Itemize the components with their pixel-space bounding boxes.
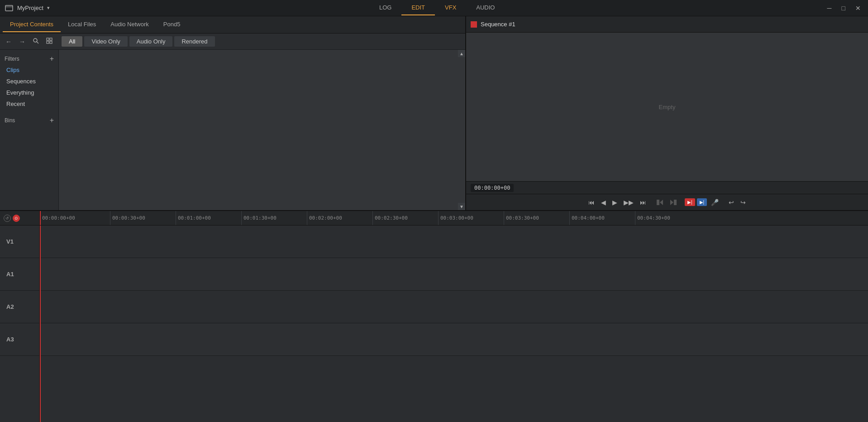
timeline-section: ↺ ⊙ 00:00:00+0000:00:30+0000:01:00+0000:… xyxy=(0,211,868,422)
svg-rect-10 xyxy=(674,200,677,205)
tab-vfx[interactable]: VFX xyxy=(435,0,466,15)
svg-point-1 xyxy=(33,38,37,42)
svg-rect-0 xyxy=(5,5,13,11)
tab-edit[interactable]: EDIT xyxy=(401,0,435,15)
sidebar-bins-header: Bins + xyxy=(0,113,58,126)
project-dropdown-icon[interactable]: ▾ xyxy=(47,5,50,11)
ruler-mark: 00:00:30+00 xyxy=(110,211,145,225)
sequence-title: Sequence #1 xyxy=(481,21,515,28)
ruler-mark: 00:04:30+00 xyxy=(635,211,670,225)
sidebar-item-sequences[interactable]: Sequences xyxy=(0,76,58,87)
filter-tabs: All Video Only Audio Only Rendered xyxy=(62,36,215,47)
svg-rect-5 xyxy=(47,41,49,43)
close-button[interactable]: ✕ xyxy=(853,4,863,13)
timeline-ruler-controls: ↺ ⊙ xyxy=(0,211,40,225)
title-bar: MyProject ▾ LOG EDIT VFX AUDIO ─ □ ✕ xyxy=(0,0,868,16)
track-lane-a1 xyxy=(40,258,868,291)
panel-tabs: Project Contents Local Files Audio Netwo… xyxy=(0,16,465,34)
undo-button[interactable]: ↩ xyxy=(726,197,736,207)
svg-line-2 xyxy=(37,42,38,43)
insert-button[interactable]: ▶| xyxy=(685,198,695,206)
go-to-end-button[interactable]: ⏭ xyxy=(638,197,649,207)
preview-timecode-row: 00:00:00+00 xyxy=(466,181,868,194)
sync-icon[interactable]: ⊙ xyxy=(13,215,20,222)
filters-label: Filters xyxy=(5,56,19,62)
ruler-mark: 00:01:00+00 xyxy=(176,211,211,225)
track-lane-v1 xyxy=(40,225,868,258)
search-icon xyxy=(33,38,39,44)
sequence-indicator xyxy=(471,21,477,28)
track-label-v1: V1 xyxy=(0,225,39,258)
tab-project-contents[interactable]: Project Contents xyxy=(3,17,61,32)
mark-in-button[interactable] xyxy=(654,198,666,207)
loop-icon[interactable]: ↺ xyxy=(4,215,11,222)
maximize-button[interactable]: □ xyxy=(839,4,848,13)
mark-out-button[interactable] xyxy=(668,198,679,207)
svg-rect-6 xyxy=(50,41,52,43)
play-button[interactable]: ▶ xyxy=(610,197,620,207)
ruler-mark: 00:03:00+00 xyxy=(438,211,473,225)
track-label-a2: A2 xyxy=(0,291,39,323)
sidebar-item-clips[interactable]: Clips xyxy=(0,64,58,76)
sidebar: Filters + Clips Sequences Everything Rec… xyxy=(0,50,59,210)
top-section: Project Contents Local Files Audio Netwo… xyxy=(0,16,868,211)
filter-audio-only[interactable]: Audio Only xyxy=(129,36,173,47)
scroll-down-button[interactable]: ▼ xyxy=(458,203,465,210)
main-area: Project Contents Local Files Audio Netwo… xyxy=(0,16,868,422)
sidebar-item-everything[interactable]: Everything xyxy=(0,87,58,98)
title-bar-nav: LOG EDIT VFX AUDIO xyxy=(369,0,505,15)
content-area: ▲ ▼ xyxy=(59,50,465,210)
track-label-a3: A3 xyxy=(0,323,39,356)
filter-video-only[interactable]: Video Only xyxy=(84,36,127,47)
tab-local-files[interactable]: Local Files xyxy=(61,17,103,32)
back-button[interactable]: ← xyxy=(4,37,14,46)
ruler-mark: 00:03:30+00 xyxy=(504,211,539,225)
tab-audio[interactable]: AUDIO xyxy=(466,0,505,15)
playhead xyxy=(40,225,41,422)
search-button[interactable] xyxy=(31,37,41,46)
forward-button[interactable]: → xyxy=(17,37,27,46)
step-forward-button[interactable]: ▶▶ xyxy=(621,197,636,207)
title-bar-right: ─ □ ✕ xyxy=(825,4,863,13)
left-panel: Project Contents Local Files Audio Netwo… xyxy=(0,16,466,210)
mark-in-icon xyxy=(656,199,663,206)
tab-audio-network[interactable]: Audio Network xyxy=(103,17,156,32)
preview-area: Empty xyxy=(466,33,868,181)
add-bin-button[interactable]: + xyxy=(50,117,54,124)
preview-panel: Sequence #1 Empty 00:00:00+00 ⏮ ◀ ▶ ▶▶ ⏭ xyxy=(466,16,868,210)
project-icon xyxy=(5,4,14,13)
step-back-button[interactable]: ◀ xyxy=(599,197,608,207)
ruler-mark: 00:04:00+00 xyxy=(569,211,605,225)
go-to-start-button[interactable]: ⏮ xyxy=(586,197,597,207)
preview-header: Sequence #1 xyxy=(466,16,868,33)
overwrite-button[interactable]: ▶| xyxy=(697,198,707,206)
sidebar-item-recent[interactable]: Recent xyxy=(0,98,58,110)
svg-rect-7 xyxy=(657,200,659,205)
tab-pond5[interactable]: Pond5 xyxy=(156,17,188,32)
track-labels: V1A1A2A3 xyxy=(0,225,40,422)
track-lane-a3 xyxy=(40,323,868,356)
grid-view-button[interactable] xyxy=(44,37,54,46)
scroll-up-button[interactable]: ▲ xyxy=(458,50,465,57)
timeline-ruler-marks: 00:00:00+0000:00:30+0000:01:00+0000:01:3… xyxy=(40,211,868,225)
ruler-mark: 00:01:30+00 xyxy=(241,211,277,225)
add-filter-button[interactable]: + xyxy=(50,55,54,62)
panel-content: Filters + Clips Sequences Everything Rec… xyxy=(0,50,465,210)
minimize-button[interactable]: ─ xyxy=(825,4,835,13)
preview-timecode: 00:00:00+00 xyxy=(471,184,514,192)
grid-icon xyxy=(46,38,52,44)
voiceover-button[interactable]: 🎤 xyxy=(709,197,721,207)
filter-rendered[interactable]: Rendered xyxy=(174,36,215,47)
preview-empty-label: Empty xyxy=(659,104,676,110)
tracks-content xyxy=(40,225,868,422)
redo-button[interactable]: ↪ xyxy=(738,197,748,207)
tracks-area: V1A1A2A3 xyxy=(0,225,868,422)
title-bar-left: MyProject ▾ xyxy=(5,4,50,13)
filter-all[interactable]: All xyxy=(62,36,82,47)
toolbar-row: ← → All xyxy=(0,34,465,50)
svg-rect-3 xyxy=(47,38,49,40)
svg-rect-4 xyxy=(50,38,52,40)
tab-log[interactable]: LOG xyxy=(369,0,401,15)
preview-controls: ⏮ ◀ ▶ ▶▶ ⏭ ▶| ▶| xyxy=(466,194,868,210)
ruler-mark: 00:00:00+00 xyxy=(40,211,75,225)
